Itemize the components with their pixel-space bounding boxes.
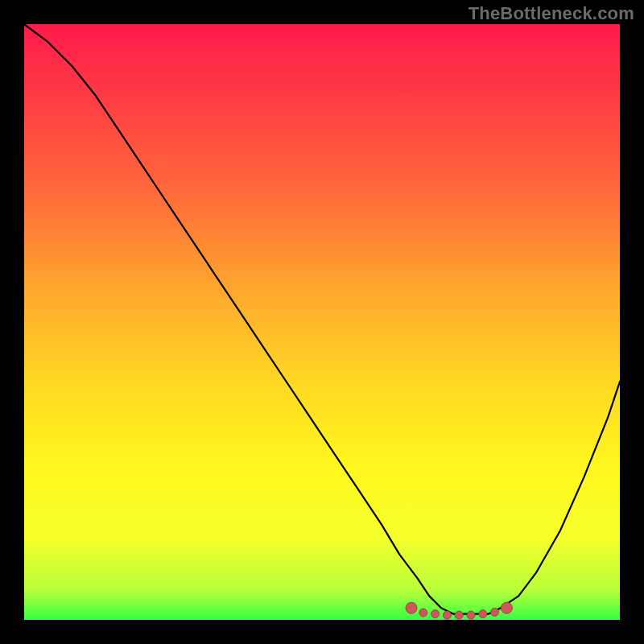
watermark-text: TheBottleneck.com xyxy=(469,3,634,24)
gradient-background xyxy=(24,24,620,620)
optimal-marker xyxy=(479,610,487,618)
optimal-marker xyxy=(501,602,512,613)
optimal-marker xyxy=(491,608,499,616)
optimal-marker xyxy=(431,610,440,618)
chart-stage: TheBottleneck.com xyxy=(0,0,644,644)
optimal-marker xyxy=(443,611,451,619)
optimal-marker xyxy=(467,611,475,619)
optimal-marker xyxy=(455,611,463,619)
chart-svg xyxy=(24,24,620,620)
optimal-marker xyxy=(419,609,427,617)
optimal-marker xyxy=(406,602,417,613)
plot-area xyxy=(24,24,620,620)
